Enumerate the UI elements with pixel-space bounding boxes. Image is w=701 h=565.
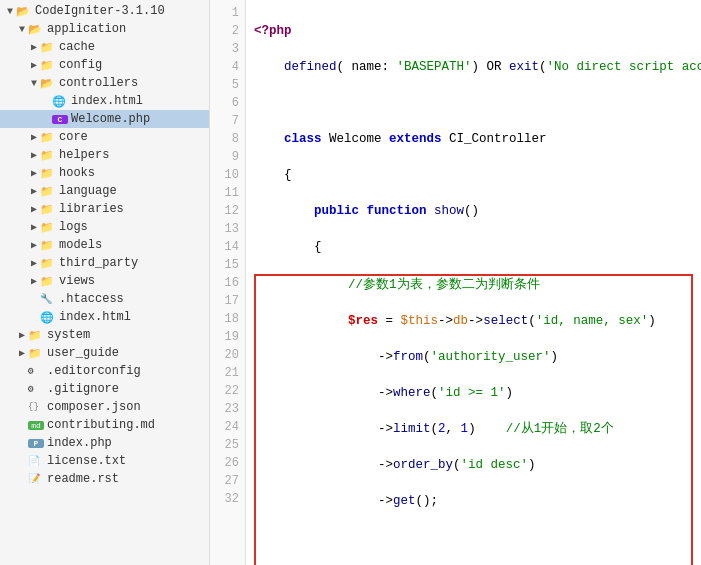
hooks-label: hooks: [59, 166, 95, 180]
code-editor: 1 2 3 4 5 6 7 8 9 10 11 12 13 14 15 16 1…: [210, 0, 701, 565]
sidebar-item-core[interactable]: core: [0, 128, 209, 146]
user-guide-folder-icon: [28, 347, 44, 359]
sidebar-item-logs[interactable]: logs: [0, 218, 209, 236]
code-line-15: [258, 528, 689, 546]
sidebar-item-user-guide[interactable]: user_guide: [0, 344, 209, 362]
code-line-6: public function show(): [254, 202, 693, 220]
sidebar-item-system[interactable]: system: [0, 326, 209, 344]
sidebar-item-readme-rst[interactable]: 📝 readme.rst: [0, 470, 209, 488]
gitignore-label: .gitignore: [47, 382, 119, 396]
application-folder-icon: [28, 23, 44, 35]
language-label: language: [59, 184, 117, 198]
index-html-label: index.html: [71, 94, 143, 108]
sidebar-item-application[interactable]: application: [0, 20, 209, 38]
sidebar-item-language[interactable]: language: [0, 182, 209, 200]
highlight-block: //参数1为表，参数二为判断条件 $res = $this->db->selec…: [254, 274, 693, 565]
code-line-13: ->order_by('id desc'): [258, 456, 689, 474]
user-guide-arrow: [16, 347, 28, 359]
license-txt-icon: 📄: [28, 455, 44, 467]
contributing-md-icon: md: [28, 421, 44, 430]
application-arrow: [16, 24, 28, 35]
sidebar-item-index-php[interactable]: P index.php: [0, 434, 209, 452]
editorconfig-label: .editorconfig: [47, 364, 141, 378]
controllers-label: controllers: [59, 76, 138, 90]
code-line-2: defined( name: 'BASEPATH') OR exit('No d…: [254, 58, 693, 76]
code-line-12: ->limit(2, 1) //从1开始，取2个: [258, 420, 689, 438]
readme-rst-icon: 📝: [28, 473, 44, 485]
libraries-folder-icon: [40, 203, 56, 215]
welcome-php-label: Welcome.php: [71, 112, 150, 126]
third-party-arrow: [28, 257, 40, 269]
index-php-icon: P: [28, 439, 44, 448]
code-line-3: [254, 94, 693, 112]
code-line-1: <?php: [254, 22, 693, 40]
composer-json-label: composer.json: [47, 400, 141, 414]
cache-folder-icon: [40, 41, 56, 53]
models-arrow: [28, 239, 40, 251]
composer-json-icon: {}: [28, 402, 44, 412]
logs-label: logs: [59, 220, 88, 234]
sidebar-item-cache[interactable]: cache: [0, 38, 209, 56]
app-index-html-label: index.html: [59, 310, 131, 324]
logs-folder-icon: [40, 221, 56, 233]
sidebar-item-controllers[interactable]: controllers: [0, 74, 209, 92]
core-label: core: [59, 130, 88, 144]
htaccess-icon: 🔧: [40, 293, 56, 305]
license-txt-label: license.txt: [47, 454, 126, 468]
sidebar-item-helpers[interactable]: helpers: [0, 146, 209, 164]
sidebar-item-composer-json[interactable]: {} composer.json: [0, 398, 209, 416]
sidebar-item-index-html[interactable]: 🌐 index.html: [0, 92, 209, 110]
sidebar-item-editorconfig[interactable]: ⚙ .editorconfig: [0, 362, 209, 380]
sidebar-item-views[interactable]: views: [0, 272, 209, 290]
third-party-folder-icon: [40, 257, 56, 269]
core-arrow: [28, 131, 40, 143]
models-folder-icon: [40, 239, 56, 251]
libraries-label: libraries: [59, 202, 124, 216]
welcome-php-badge: C: [52, 115, 68, 124]
readme-rst-label: readme.rst: [47, 472, 119, 486]
sidebar-item-gitignore[interactable]: ⚙ .gitignore: [0, 380, 209, 398]
code-line-14: ->get();: [258, 492, 689, 510]
sidebar-item-third-party[interactable]: third_party: [0, 254, 209, 272]
sidebar-item-models[interactable]: models: [0, 236, 209, 254]
line-numbers: 1 2 3 4 5 6 7 8 9 10 11 12 13 14 15 16 1…: [210, 0, 246, 565]
config-arrow: [28, 59, 40, 71]
sidebar-item-hooks[interactable]: hooks: [0, 164, 209, 182]
views-folder-icon: [40, 275, 56, 287]
language-folder-icon: [40, 185, 56, 197]
helpers-label: helpers: [59, 148, 109, 162]
contributing-md-label: contributing.md: [47, 418, 155, 432]
helpers-folder-icon: [40, 149, 56, 161]
third-party-label: third_party: [59, 256, 138, 270]
sidebar-item-htaccess[interactable]: 🔧 .htaccess: [0, 290, 209, 308]
index-html-icon: 🌐: [52, 95, 68, 107]
code-line-7: {: [254, 238, 693, 256]
cache-label: cache: [59, 40, 95, 54]
libraries-arrow: [28, 203, 40, 215]
system-arrow: [16, 329, 28, 341]
views-arrow: [28, 275, 40, 287]
root-label: CodeIgniter-3.1.10: [35, 4, 165, 18]
app-index-html-icon: 🌐: [40, 311, 56, 324]
sidebar-item-config[interactable]: config: [0, 56, 209, 74]
sidebar-item-app-index-html[interactable]: 🌐 index.html: [0, 308, 209, 326]
index-php-label: index.php: [47, 436, 112, 450]
code-content[interactable]: <?php defined( name: 'BASEPATH') OR exit…: [246, 0, 701, 565]
gitignore-icon: ⚙: [28, 383, 44, 395]
cache-arrow: [28, 41, 40, 53]
code-line-8: //参数1为表，参数二为判断条件: [258, 276, 689, 294]
helpers-arrow: [28, 149, 40, 161]
code-line-4: class Welcome extends CI_Controller: [254, 130, 693, 148]
application-label: application: [47, 22, 126, 36]
system-label: system: [47, 328, 90, 342]
sidebar-item-welcome-php[interactable]: C Welcome.php: [0, 110, 209, 128]
hooks-arrow: [28, 167, 40, 179]
language-arrow: [28, 185, 40, 197]
sidebar-item-libraries[interactable]: libraries: [0, 200, 209, 218]
code-area[interactable]: 1 2 3 4 5 6 7 8 9 10 11 12 13 14 15 16 1…: [210, 0, 701, 565]
system-folder-icon: [28, 329, 44, 341]
sidebar-item-license-txt[interactable]: 📄 license.txt: [0, 452, 209, 470]
tree-root[interactable]: CodeIgniter-3.1.10: [0, 2, 209, 20]
sidebar-item-contributing-md[interactable]: md contributing.md: [0, 416, 209, 434]
root-arrow: [4, 6, 16, 17]
